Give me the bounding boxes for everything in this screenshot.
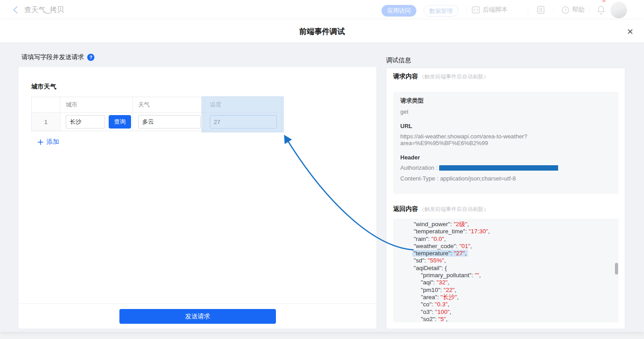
svg-text:?: ? bbox=[564, 8, 567, 13]
notification-dot bbox=[602, 0, 606, 2]
col-header-city: 城市 bbox=[60, 97, 133, 113]
backend-script-button[interactable]: 后端脚本 bbox=[472, 0, 508, 20]
json-line: "o3": "100", bbox=[414, 309, 619, 316]
code-icon bbox=[472, 6, 480, 13]
request-content-box: 请求类型 get URL https://ali-weather.showapi… bbox=[393, 92, 619, 194]
json-line: "aqiDetail": { bbox=[414, 265, 619, 272]
authorization-row: Authorization : bbox=[400, 164, 611, 171]
topbar: 查天气_拷贝 应用访问 数据管理 后端脚本 bbox=[0, 0, 644, 20]
json-line: "temperature_time": "17:30", bbox=[414, 228, 619, 235]
form-footer-divider bbox=[18, 303, 377, 304]
topbar-divider bbox=[528, 6, 528, 13]
col-header-temperature: 温度 bbox=[204, 97, 281, 113]
help-circle-icon[interactable]: ? bbox=[87, 54, 94, 61]
topbar-divider bbox=[466, 6, 467, 13]
json-line: "aqi": "32", bbox=[414, 279, 619, 286]
topbar-divider bbox=[553, 6, 554, 13]
url-value: https://ali-weather.showapi.com/area-to-… bbox=[400, 133, 611, 146]
notifications-button[interactable] bbox=[597, 0, 606, 20]
json-line: "co": "0.3", bbox=[414, 301, 619, 308]
add-row-label: 添加 bbox=[47, 138, 59, 146]
weather-input[interactable] bbox=[138, 115, 201, 129]
authorization-token-redacted bbox=[439, 165, 558, 171]
response-heading: 返回内容 bbox=[393, 205, 418, 213]
back-icon[interactable] bbox=[13, 6, 19, 14]
send-request-button[interactable]: 发送请求 bbox=[119, 309, 276, 324]
response-scrollbar-thumb[interactable] bbox=[615, 263, 618, 275]
temperature-input[interactable] bbox=[210, 115, 277, 129]
json-line: "temperature": "27", bbox=[414, 250, 619, 257]
backend-script-label: 后端脚本 bbox=[483, 6, 508, 14]
data-manage-button[interactable]: 数据管理 bbox=[424, 5, 458, 17]
col-header-index bbox=[32, 97, 60, 113]
modal-title: 前端事件调试 bbox=[0, 26, 644, 37]
table-row: 1 查询 bbox=[32, 113, 281, 131]
form-instruction: 请填写字段并发送请求 ? bbox=[21, 53, 94, 61]
response-section-header: 返回内容 （触发前端事件后自动刷新） bbox=[393, 205, 489, 213]
table-header-row: 城市 天气 温度 bbox=[32, 97, 281, 113]
json-line: "rain": "0.0", bbox=[414, 236, 619, 243]
app-access-button[interactable]: 应用访问 bbox=[381, 5, 416, 17]
city-cell: 查询 bbox=[60, 113, 133, 131]
request-type-label: 请求类型 bbox=[400, 97, 611, 105]
request-type-value: get bbox=[400, 108, 611, 115]
url-label: URL bbox=[400, 123, 611, 129]
user-avatar[interactable] bbox=[610, 2, 627, 18]
topbar-divider bbox=[589, 6, 590, 13]
json-line: "so2": "5", bbox=[414, 316, 619, 322]
address-book-button[interactable] bbox=[536, 0, 545, 20]
add-row-button[interactable]: 添加 bbox=[38, 138, 59, 146]
request-heading: 请求内容 bbox=[393, 73, 418, 81]
header-label: Header bbox=[400, 154, 611, 161]
query-button[interactable]: 查询 bbox=[109, 115, 131, 129]
col-header-weather: 天气 bbox=[133, 97, 204, 113]
request-section-header: 请求内容 （触发前端事件后自动刷新） bbox=[393, 73, 489, 81]
close-icon[interactable]: ✕ bbox=[625, 27, 635, 37]
app-title: 查天气_拷贝 bbox=[24, 5, 64, 15]
request-refresh-note: （触发前端事件后自动刷新） bbox=[419, 73, 489, 81]
temperature-cell bbox=[204, 113, 281, 131]
weather-table: 城市 天气 温度 1 查询 bbox=[31, 97, 282, 131]
table-title: 城市天气 bbox=[31, 83, 56, 91]
content-type-line: Content-Type : application/json;charset=… bbox=[400, 175, 611, 182]
app-root: 查天气_拷贝 应用访问 数据管理 后端脚本 bbox=[0, 0, 644, 339]
weather-cell bbox=[133, 113, 204, 131]
city-input[interactable] bbox=[66, 115, 105, 129]
contacts-icon bbox=[536, 5, 545, 14]
response-refresh-note: （触发前端事件后自动刷新） bbox=[419, 206, 489, 213]
json-line: "sd": "55%", bbox=[414, 257, 619, 264]
form-instruction-text: 请填写字段并发送请求 bbox=[21, 53, 84, 61]
plus-icon bbox=[38, 139, 43, 145]
help-label: 帮助 bbox=[572, 6, 585, 14]
response-json-box: "wind_power": "2级","temperature_time": "… bbox=[393, 219, 619, 322]
json-line: "weather_code": "01", bbox=[414, 243, 619, 250]
question-circle-icon: ? bbox=[562, 6, 569, 14]
bell-icon bbox=[597, 5, 606, 15]
json-line: "area": "长沙", bbox=[414, 294, 619, 301]
json-line: "pm10": "22", bbox=[414, 287, 619, 294]
authorization-key: Authorization : bbox=[400, 164, 437, 171]
modal-header-divider bbox=[0, 43, 644, 43]
debug-panel-title: 调试信息 bbox=[386, 56, 411, 64]
row-index: 1 bbox=[32, 113, 60, 131]
help-button[interactable]: ? 帮助 bbox=[562, 0, 585, 20]
json-line: "wind_power": "2级", bbox=[414, 221, 619, 228]
json-line: "primary_pollutant": "", bbox=[414, 272, 619, 279]
